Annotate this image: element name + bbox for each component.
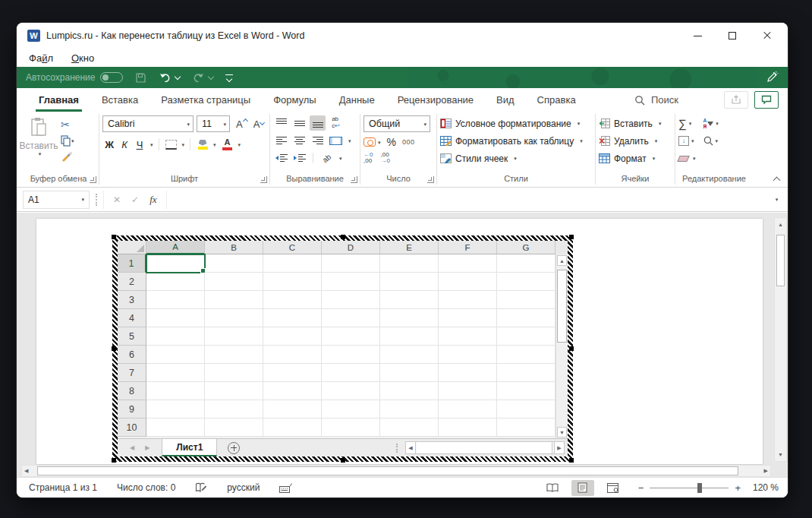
column-header-G[interactable]: G xyxy=(497,241,555,254)
autosave-toggle[interactable]: Автосохранение xyxy=(26,72,123,83)
select-all-corner[interactable] xyxy=(118,241,146,254)
zoom-out-button[interactable]: − xyxy=(638,482,644,494)
orientation-button[interactable]: ab xyxy=(319,150,335,166)
comments-button[interactable] xyxy=(754,91,779,109)
insert-cells-button[interactable]: Вставить▾ xyxy=(599,116,661,131)
cut-button[interactable]: ✂ xyxy=(61,118,74,131)
handle-middle-right[interactable] xyxy=(569,346,574,351)
tab-home[interactable]: Главная xyxy=(37,88,80,112)
doc-scroll-up-icon[interactable]: ▲ xyxy=(778,218,783,231)
cell-G6[interactable] xyxy=(497,346,555,364)
delete-cells-button[interactable]: Удалить▾ xyxy=(599,134,661,148)
handle-top-left[interactable] xyxy=(112,235,116,239)
collapse-ribbon-button[interactable] xyxy=(773,175,780,182)
fill-button[interactable]: ↓▾ xyxy=(678,134,696,148)
cell-F7[interactable] xyxy=(439,364,497,382)
font-dialog-launcher[interactable] xyxy=(260,176,267,183)
cell-F1[interactable] xyxy=(439,254,497,273)
doc-scroll-right-icon[interactable]: ▶ xyxy=(764,468,768,473)
language-indicator[interactable]: русский xyxy=(227,482,260,493)
cell-F10[interactable] xyxy=(439,419,497,437)
cell-C4[interactable] xyxy=(263,309,322,327)
row-header-9[interactable]: 9 xyxy=(118,400,146,419)
tab-bar-splitter[interactable] xyxy=(396,444,398,453)
draw-pencil-button[interactable] xyxy=(765,71,779,84)
format-cells-button[interactable]: Формат▾ xyxy=(599,151,661,166)
cell-E6[interactable] xyxy=(380,346,439,364)
align-middle-button[interactable] xyxy=(291,115,307,131)
name-box[interactable]: A1 ▾ xyxy=(23,191,90,209)
cell-G1[interactable] xyxy=(497,254,555,273)
increase-decimal-button[interactable]: ←0,00 xyxy=(364,152,373,164)
cell-G9[interactable] xyxy=(497,400,555,419)
row-header-5[interactable]: 5 xyxy=(118,327,146,346)
sheet-scroll-left-button[interactable]: ◀ xyxy=(406,442,416,453)
cell-E5[interactable] xyxy=(380,327,439,346)
tab-view[interactable]: Вид xyxy=(495,88,516,112)
embedded-excel-object[interactable]: ABCDEFG 12345678910 ▲ ▼ ◀ ▶ Лист1 xyxy=(112,235,573,462)
minimize-button[interactable] xyxy=(680,23,715,49)
font-name-combo[interactable]: Calibri▾ xyxy=(102,115,194,132)
merge-center-button[interactable] xyxy=(328,133,344,148)
cell-A10[interactable] xyxy=(146,419,205,437)
menu-window[interactable]: Окно xyxy=(71,52,94,64)
fill-color-dropdown-icon[interactable]: ▾ xyxy=(213,142,216,147)
cell-D6[interactable] xyxy=(322,346,380,364)
cell-D1[interactable] xyxy=(322,254,380,273)
underline-button[interactable]: Ч xyxy=(133,137,146,152)
cell-D8[interactable] xyxy=(322,382,380,400)
sort-filter-button[interactable]: АЯ ▾ xyxy=(703,116,719,131)
merge-center-dropdown-icon[interactable]: ▾ xyxy=(348,138,351,144)
cell-D10[interactable] xyxy=(322,419,380,437)
proofing-status-button[interactable] xyxy=(195,482,207,493)
undo-button[interactable] xyxy=(159,72,180,84)
italic-button[interactable]: К xyxy=(118,137,131,152)
cell-F3[interactable] xyxy=(439,291,497,309)
cell-G8[interactable] xyxy=(497,382,555,400)
handle-bottom-right[interactable] xyxy=(569,458,574,463)
number-dialog-launcher[interactable] xyxy=(427,176,434,183)
cell-F5[interactable] xyxy=(439,327,497,346)
sheet-scroll-down-button[interactable]: ▼ xyxy=(557,427,567,437)
close-button[interactable] xyxy=(750,23,785,49)
tab-data[interactable]: Данные xyxy=(338,88,376,112)
paste-button[interactable]: Вставить ▾ xyxy=(21,115,56,172)
formula-bar-handle[interactable] xyxy=(96,194,97,206)
cell-F6[interactable] xyxy=(439,346,497,364)
copy-button[interactable]: ▾ xyxy=(61,134,74,147)
cell-A5[interactable] xyxy=(146,327,205,346)
font-size-combo[interactable]: 11▾ xyxy=(197,115,230,132)
cell-B1[interactable] xyxy=(205,254,263,273)
cell-F2[interactable] xyxy=(439,273,497,291)
cell-C9[interactable] xyxy=(263,400,322,419)
cell-B3[interactable] xyxy=(205,291,263,309)
handle-bottom-left[interactable] xyxy=(112,458,116,463)
cell-A8[interactable] xyxy=(146,382,205,400)
redo-button[interactable] xyxy=(192,72,213,84)
row-header-4[interactable]: 4 xyxy=(118,309,146,327)
autosave-toggle-switch[interactable] xyxy=(100,72,123,83)
cell-E10[interactable] xyxy=(380,419,439,437)
increase-font-button[interactable]: А xyxy=(236,118,247,130)
cell-D3[interactable] xyxy=(322,291,380,309)
tab-insert[interactable]: Вставка xyxy=(100,88,140,112)
autosum-button[interactable]: ∑▾ xyxy=(678,116,696,131)
cell-C6[interactable] xyxy=(263,346,322,364)
cell-A4[interactable] xyxy=(146,309,205,327)
undo-dropdown-icon[interactable] xyxy=(175,74,181,80)
cell-D7[interactable] xyxy=(322,364,380,382)
cell-A7[interactable] xyxy=(146,364,205,382)
font-color-button[interactable]: А xyxy=(221,137,234,152)
cell-E4[interactable] xyxy=(380,309,439,327)
cell-D2[interactable] xyxy=(322,273,380,291)
cell-E3[interactable] xyxy=(380,291,439,309)
row-header-6[interactable]: 6 xyxy=(118,346,146,364)
clipboard-dialog-launcher[interactable] xyxy=(90,176,96,183)
cell-G10[interactable] xyxy=(497,419,555,437)
add-sheet-button[interactable] xyxy=(228,442,240,454)
page-indicator[interactable]: Страница 1 из 1 xyxy=(29,482,97,493)
font-color-dropdown-icon[interactable]: ▾ xyxy=(238,142,241,147)
zoom-track[interactable] xyxy=(650,488,729,488)
cell-C8[interactable] xyxy=(263,382,322,400)
number-format-combo[interactable]: Общий▾ xyxy=(364,115,430,132)
